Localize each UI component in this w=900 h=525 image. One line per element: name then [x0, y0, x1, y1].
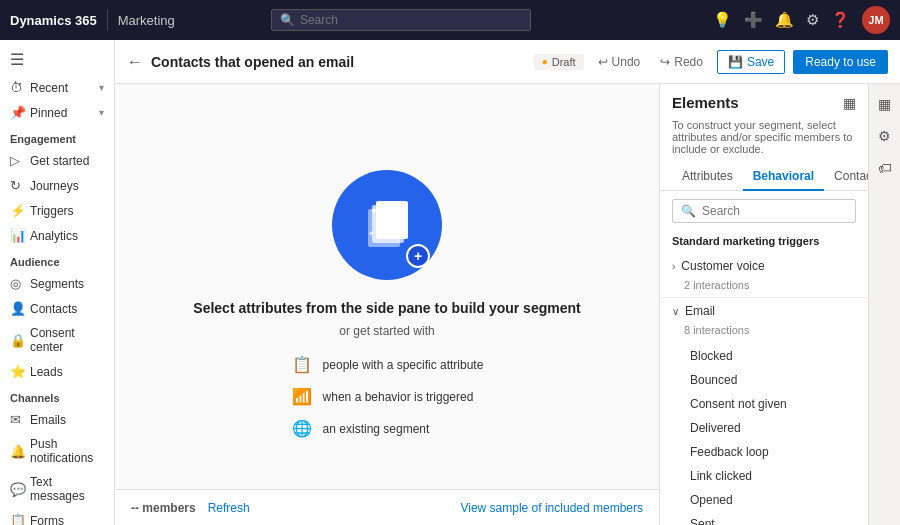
option-behavior[interactable]: 📶 when a behavior is triggered [291, 386, 484, 408]
sidebar-item-analytics[interactable]: 📊 Analytics [0, 223, 114, 248]
brand-label: Dynamics 365 [10, 13, 97, 28]
global-search[interactable]: 🔍 [271, 9, 531, 31]
redo-button[interactable]: ↪ Redo [654, 51, 709, 73]
option-segment-label: an existing segment [323, 422, 430, 436]
trigger-item-blocked[interactable]: Blocked [660, 344, 868, 368]
journeys-icon: ↻ [10, 178, 24, 193]
view-sample-button[interactable]: View sample of included members [460, 501, 643, 515]
save-icon: 💾 [728, 55, 743, 69]
trigger-item-consent-not-given[interactable]: Consent not given [660, 392, 868, 416]
segments-icon: ◎ [10, 276, 24, 291]
push-label: Push notifications [30, 437, 104, 465]
chevron-down-icon: ▾ [99, 82, 104, 93]
save-label: Save [747, 55, 774, 69]
panel-search[interactable]: 🔍 [672, 199, 856, 223]
sidebar-pinned-label: Pinned [30, 106, 67, 120]
sidebar-item-forms[interactable]: 📋 Forms [0, 508, 114, 525]
plus-icon[interactable]: ➕ [744, 11, 763, 29]
trigger-item-delivered[interactable]: Delivered [660, 416, 868, 440]
audience-section-label: Audience [0, 248, 114, 271]
analytics-icon: 📊 [10, 228, 24, 243]
canvas-options: 📋 people with a specific attribute 📶 whe… [291, 354, 484, 440]
panel-main: Elements ▦ To construct your segment, se… [660, 84, 868, 525]
journeys-label: Journeys [30, 179, 79, 193]
analytics-label: Analytics [30, 229, 78, 243]
sidebar-item-consent[interactable]: 🔒 Consent center [0, 321, 114, 359]
ready-button[interactable]: Ready to use [793, 50, 888, 74]
email-header[interactable]: ∨ Email [660, 298, 868, 324]
sidebar-item-pinned[interactable]: 📌 Pinned ▾ [0, 100, 114, 125]
badge-label: Draft [552, 56, 576, 68]
search-input[interactable] [300, 13, 522, 27]
add-icon: + [406, 244, 430, 268]
customer-voice-header[interactable]: › Customer voice [660, 253, 868, 279]
engagement-section-label: Engagement [0, 125, 114, 148]
consent-icon: 🔒 [10, 333, 24, 348]
behavior-option-icon: 📶 [291, 386, 313, 408]
trigger-item-bounced[interactable]: Bounced [660, 368, 868, 392]
panel-header-icons: ▦ [843, 95, 856, 111]
tab-behavioral[interactable]: Behavioral [743, 163, 824, 191]
canvas-illustration: ✦ ✦ ✦ ✦ + [332, 170, 442, 280]
chevron-right-icon: › [672, 261, 675, 272]
sparkle-icon: ✦ [383, 203, 395, 219]
save-button[interactable]: 💾 Save [717, 50, 785, 74]
email-trigger-items: Blocked Bounced Consent not given Delive… [660, 342, 868, 525]
help-icon[interactable]: ❓ [831, 11, 850, 29]
sidebar: ☰ ⏱ Recent ▾ 📌 Pinned ▾ Engagement ▷ Get… [0, 40, 115, 525]
email-sub: 8 interactions [660, 324, 868, 342]
trigger-item-link-clicked[interactable]: Link clicked [660, 464, 868, 488]
bell-icon[interactable]: 🔔 [775, 11, 794, 29]
sidebar-item-segments[interactable]: ◎ Segments [0, 271, 114, 296]
trigger-item-opened[interactable]: Opened [660, 488, 868, 512]
attribute-option-icon: 📋 [291, 354, 313, 376]
recent-icon: ⏱ [10, 80, 24, 95]
sidebar-item-get-started[interactable]: ▷ Get started [0, 148, 114, 173]
sidebar-recent-label: Recent [30, 81, 68, 95]
undo-label: Undo [612, 55, 641, 69]
sidebar-item-triggers[interactable]: ⚡ Triggers [0, 198, 114, 223]
avatar[interactable]: JM [862, 6, 890, 34]
back-button[interactable]: ← [127, 53, 143, 71]
consent-label: Consent center [30, 326, 104, 354]
status-badge: ● Draft [534, 54, 584, 70]
canvas-area: ✦ ✦ ✦ ✦ + Select attributes from the sid… [115, 84, 900, 525]
panel-search-input[interactable] [702, 204, 852, 218]
search-icon: 🔍 [280, 13, 295, 27]
tab-attributes[interactable]: Attributes [672, 163, 743, 191]
channels-section-label: Channels [0, 384, 114, 407]
undo-button[interactable]: ↩ Undo [592, 51, 647, 73]
refresh-button[interactable]: Refresh [208, 501, 250, 515]
members-label: -- members [131, 501, 196, 515]
sidebar-item-leads[interactable]: ⭐ Leads [0, 359, 114, 384]
contacts-icon: 👤 [10, 301, 24, 316]
trigger-item-feedback-loop[interactable]: Feedback loop [660, 440, 868, 464]
sidebar-item-sms[interactable]: 💬 Text messages [0, 470, 114, 508]
right-panel: Elements ▦ To construct your segment, se… [660, 84, 900, 525]
panel-tag-icon[interactable]: 🏷 [874, 156, 896, 180]
tab-contacts[interactable]: Contacts [824, 163, 868, 191]
option-segment[interactable]: 🌐 an existing segment [291, 418, 484, 440]
sidebar-item-emails[interactable]: ✉ Emails [0, 407, 114, 432]
gear-icon[interactable]: ⚙ [806, 11, 819, 29]
sidebar-item-push[interactable]: 🔔 Push notifications [0, 432, 114, 470]
hamburger-button[interactable]: ☰ [0, 44, 114, 75]
page-title: Contacts that opened an email [151, 54, 526, 70]
sidebar-item-contacts[interactable]: 👤 Contacts [0, 296, 114, 321]
lightbulb-icon[interactable]: 💡 [713, 11, 732, 29]
panel-grid-icon[interactable]: ▦ [843, 95, 856, 111]
topbar-actions: 💡 ➕ 🔔 ⚙ ❓ JM [713, 6, 890, 34]
chevron-down-icon: ∨ [672, 306, 679, 317]
panel-settings-icon[interactable]: ⚙ [874, 124, 895, 148]
panel-side: Elements ▦ To construct your segment, se… [660, 84, 900, 525]
customer-voice-label: Customer voice [681, 259, 764, 273]
sidebar-item-journeys[interactable]: ↻ Journeys [0, 173, 114, 198]
undo-icon: ↩ [598, 55, 608, 69]
option-behavior-label: when a behavior is triggered [323, 390, 474, 404]
trigger-item-sent[interactable]: Sent [660, 512, 868, 525]
sidebar-item-recent[interactable]: ⏱ Recent ▾ [0, 75, 114, 100]
sparkle-icon: ✦ [368, 230, 374, 238]
panel-grid-view-icon[interactable]: ▦ [874, 92, 895, 116]
option-attribute[interactable]: 📋 people with a specific attribute [291, 354, 484, 376]
subheader: ← Contacts that opened an email ● Draft … [115, 40, 900, 84]
